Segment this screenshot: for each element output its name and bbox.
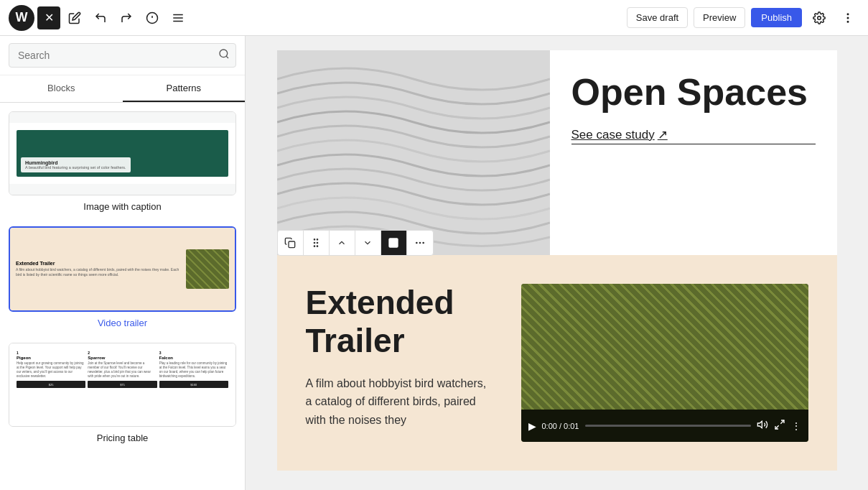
image-with-caption-preview: Hummingbird A beautiful bird featuring a… (9, 112, 235, 195)
list-item: Extended Trailer A film about hobbyist b… (9, 226, 236, 331)
trailer-desc: A film about hobbyist bird watchers, a c… (306, 374, 493, 430)
pricing-col-3: 3 Falcon Play a leading role for our com… (159, 351, 228, 388)
svg-point-16 (314, 242, 314, 243)
svg-point-10 (220, 50, 228, 57)
pricing-col-desc-3: Play a leading role for our community by… (159, 361, 228, 378)
block-align-button[interactable] (381, 230, 407, 256)
pricing-col-title-1: Pigeon (17, 356, 85, 360)
video-fullscreen-button[interactable] (774, 419, 785, 433)
block-more-button[interactable] (407, 230, 433, 256)
vt-text: Extended Trailer A film about hobbyist b… (16, 261, 182, 277)
list-item: Hummingbird A beautiful bird featuring a… (9, 111, 236, 215)
video-controls: ▶ 0:00 / 0:01 ⋮ (521, 410, 808, 442)
bottom-section: Extended Trailer A film about hobbyist b… (277, 255, 837, 471)
list-view-button[interactable] (167, 6, 190, 29)
hero-image (277, 50, 550, 255)
case-study-arrow-icon: ↗ (658, 127, 668, 142)
search-input-wrap (9, 43, 236, 68)
vt-title: Extended Trailer (16, 261, 182, 266)
video-progress[interactable] (585, 425, 751, 427)
svg-line-11 (226, 56, 228, 58)
pricing-col-desc-1: Help support our growing community by jo… (17, 361, 85, 378)
trailer-video-bg (521, 284, 808, 410)
pricing-col-btn-2: $75 (88, 381, 157, 388)
svg-rect-13 (277, 50, 550, 255)
save-draft-button[interactable]: Save draft (627, 7, 688, 28)
publish-button[interactable]: Publish (751, 8, 802, 27)
hero-title: Open Spaces (571, 72, 816, 113)
block-toolbar (277, 230, 434, 256)
search-input[interactable] (9, 44, 235, 67)
hero-text: Open Spaces See case study ↗ (550, 50, 837, 159)
more-options-button[interactable] (836, 6, 859, 29)
preview-button[interactable]: Preview (694, 7, 745, 28)
img-caption-image: Hummingbird A beautiful bird featuring a… (17, 130, 228, 177)
pricing-col-title-2: Sparrow (88, 356, 157, 360)
pricing-col-2: 2 Sparrow Join at the Sparrow level and … (88, 351, 157, 388)
video-trailer-card[interactable]: Extended Trailer A film about hobbyist b… (9, 226, 236, 312)
tab-patterns[interactable]: Patterns (123, 75, 246, 102)
redo-button[interactable] (115, 6, 138, 29)
pricing-col-btn-3: $160 (159, 381, 228, 388)
img-caption-text-block: Hummingbird A beautiful bird featuring a… (21, 157, 131, 172)
svg-point-15 (314, 239, 314, 240)
pricing-col-desc-2: Join at the Sparrow level and become a m… (88, 361, 157, 378)
pricing-table-card[interactable]: 1 Pigeon Help support our growing commun… (9, 343, 236, 427)
top-section: Open Spaces See case study ↗ (277, 50, 837, 255)
pricing-col-title-3: Falcon (159, 356, 228, 360)
trailer-video: ▶ 0:00 / 0:01 ⋮ (521, 284, 808, 442)
sidebar-scroll: Hummingbird A beautiful bird featuring a… (0, 103, 245, 490)
search-bar (0, 36, 245, 75)
settings-button[interactable] (808, 6, 831, 29)
canvas: Open Spaces See case study ↗ Extended Tr… (277, 50, 837, 471)
pricing-row: 1 Pigeon Help support our growing commun… (17, 351, 228, 388)
video-trailer-preview: Extended Trailer A film about hobbyist b… (10, 228, 235, 310)
block-duplicate-button[interactable] (278, 230, 304, 256)
search-icon-button[interactable] (218, 48, 230, 63)
close-button[interactable]: ✕ (37, 6, 60, 29)
vt-desc: A film about hobbyist bird watchers, a c… (16, 267, 182, 277)
svg-point-17 (314, 246, 314, 246)
video-more-button[interactable]: ⋮ (791, 420, 801, 432)
case-study-link[interactable]: See case study ↗ (571, 127, 816, 144)
video-volume-button[interactable] (757, 419, 768, 433)
video-time: 0:00 / 0:01 (542, 422, 579, 430)
video-trailer-label: Video trailer (9, 312, 236, 331)
case-study-label: See case study (571, 128, 655, 142)
content-area: Open Spaces See case study ↗ Extended Tr… (246, 36, 868, 490)
tabs-row: Blocks Patterns (0, 75, 245, 103)
info-button[interactable] (141, 6, 164, 29)
trailer-title: Extended Trailer (306, 284, 493, 360)
undo-button[interactable] (89, 6, 112, 29)
block-move-down-button[interactable] (355, 230, 381, 256)
wp-logo[interactable]: W (9, 5, 34, 31)
pricing-col-num-1: 1 (17, 351, 85, 355)
video-play-button[interactable]: ▶ (528, 420, 536, 432)
svg-point-9 (847, 21, 849, 22)
svg-line-26 (780, 420, 784, 424)
pricing-col-1: 1 Pigeon Help support our growing commun… (17, 351, 85, 388)
hero-image-wrap (277, 50, 550, 255)
block-drag-button[interactable] (304, 230, 330, 256)
svg-line-27 (775, 425, 779, 429)
svg-point-7 (847, 14, 849, 15)
image-with-caption-card[interactable]: Hummingbird A beautiful bird featuring a… (9, 111, 236, 195)
pricing-table-label: Pricing table (9, 427, 236, 446)
pricing-table-preview: 1 Pigeon Help support our growing commun… (9, 343, 235, 426)
svg-point-19 (317, 242, 317, 243)
list-item: 1 Pigeon Help support our growing commun… (9, 343, 236, 446)
edit-mode-button[interactable] (63, 6, 86, 29)
block-move-up-button[interactable] (330, 230, 355, 256)
toolbar-left: W ✕ (9, 5, 190, 31)
sidebar: Blocks Patterns Hummingbird A beautiful … (0, 36, 246, 490)
svg-point-18 (317, 239, 317, 240)
vt-image (186, 249, 229, 289)
img-caption-desc: A beautiful bird featuring a surprising … (25, 165, 126, 170)
pricing-col-num-3: 3 (159, 351, 228, 355)
tab-blocks[interactable]: Blocks (0, 75, 123, 102)
main-toolbar: W ✕ Save draft Preview Publish (0, 0, 868, 36)
toolbar-right: Save draft Preview Publish (627, 6, 859, 29)
svg-marker-25 (757, 421, 762, 427)
main-layout: Blocks Patterns Hummingbird A beautiful … (0, 36, 868, 490)
image-with-caption-label: Image with caption (9, 195, 236, 215)
